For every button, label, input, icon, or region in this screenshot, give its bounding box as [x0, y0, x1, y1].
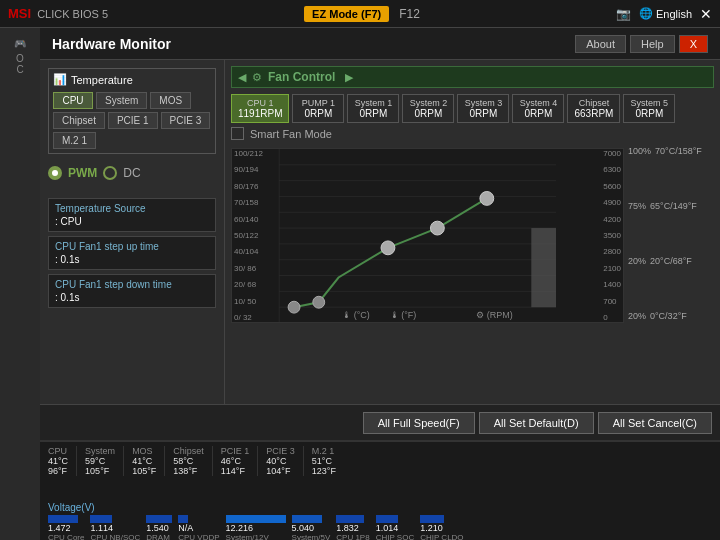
voltage-bar-sys5v: [292, 515, 322, 523]
f12-icon[interactable]: F12: [399, 7, 420, 21]
status-m21-name: M.2 1: [312, 446, 336, 456]
scale-pct-20b: 20%: [628, 311, 646, 321]
voltage-val-cpu-nb: 1.114: [90, 523, 113, 533]
temp-source-setting[interactable]: Temperature Source : CPU: [48, 198, 216, 232]
scale-temp-65: 65°C/149°F: [650, 201, 697, 211]
voltage-cpu1p8: 1.832 CPU 1P8: [336, 515, 369, 540]
voltage-name-chip-soc: CHIP SOC: [376, 533, 415, 540]
fan-speed-buttons: CPU 1 1191RPM PUMP 1 0RPM System 1 0RPM …: [231, 94, 714, 123]
temperature-panel: 📊 Temperature CPU System MOS Chipset PCI…: [48, 68, 216, 154]
right-section: ◀ ⚙ Fan Control ▶ CPU 1 1191RPM PUMP 1 0…: [225, 60, 720, 404]
status-m21-c: 51°C: [312, 456, 336, 466]
temperature-icon: 📊: [53, 73, 67, 86]
voltage-dram: 1.540 DRAM: [146, 515, 172, 540]
rpm-icon: ⚙ (RPM): [476, 310, 513, 320]
top-close-button[interactable]: ✕: [700, 6, 712, 22]
close-button[interactable]: X: [679, 35, 708, 53]
voltage-cpu-vddp: N/A CPU VDDP: [178, 515, 219, 540]
voltage-sys12v: 12.216 System/12V: [226, 515, 286, 540]
temp-btn-m21[interactable]: M.2 1: [53, 132, 96, 149]
step-down-value: : 0.1s: [55, 292, 209, 303]
fan-control-title: Fan Control: [268, 70, 335, 84]
status-pcie1-name: PCIE 1: [221, 446, 250, 456]
top-bar: MSI CLICK BIOS 5 EZ Mode (F7) F12 📷 🌐 En…: [0, 0, 720, 28]
scale-temp-70: 70°C/158°F: [655, 146, 702, 156]
language-selector[interactable]: 🌐 English: [639, 7, 692, 20]
fan-chipset[interactable]: Chipset 663RPM: [567, 94, 620, 123]
pwm-dc-radio-group: PWM DC: [48, 166, 216, 180]
fan-sys5[interactable]: System 5 0RPM: [623, 94, 675, 123]
bottom-icons: 🌡 (°C) 🌡 (°F) ⚙ (RPM): [342, 310, 513, 320]
voltage-val-cpu-core: 1.472: [48, 523, 71, 533]
chart-right-scale: 100% 70°C/158°F 75% 65°C/149°F 20% 20°C/…: [624, 144, 714, 323]
status-mos-name: MOS: [132, 446, 156, 456]
voltage-bar-chip-cldo: [420, 515, 444, 523]
fan-pump1[interactable]: PUMP 1 0RPM: [292, 94, 344, 123]
voltage-bar-chip-soc: [376, 515, 398, 523]
chart-main: 100/21290/19480/17670/158 60/14050/12240…: [231, 144, 624, 323]
scale-item-20a: 20% 20°C/68°F: [628, 256, 710, 266]
status-system-f: 105°F: [85, 466, 115, 476]
fan-curve-chart[interactable]: [232, 149, 623, 322]
set-cancel-button[interactable]: All Set Cancel(C): [598, 412, 712, 434]
status-pcie3-c: 40°C: [266, 456, 295, 466]
bios-title: CLICK BIOS 5: [37, 8, 108, 20]
smart-fan-checkbox[interactable]: [231, 127, 244, 140]
voltage-section: Voltage(V) 1.472 CPU Core 1.114 CPU NB/S…: [40, 500, 720, 540]
game-icon[interactable]: 🎮: [14, 38, 26, 49]
status-chipset-name: Chipset: [173, 446, 204, 456]
scale-temp-0: 0°C/32°F: [650, 311, 687, 321]
status-chipset-f: 138°F: [173, 466, 204, 476]
temp-btn-pcie1[interactable]: PCIE 1: [108, 112, 158, 129]
ez-mode-button[interactable]: EZ Mode (F7): [304, 6, 389, 22]
fan-sys3[interactable]: System 3 0RPM: [457, 94, 509, 123]
voltage-val-chip-soc: 1.014: [376, 523, 399, 533]
temp-btn-pcie3[interactable]: PCIE 3: [161, 112, 211, 129]
svg-point-16: [480, 192, 494, 206]
about-button[interactable]: About: [575, 35, 626, 53]
dc-radio[interactable]: [103, 166, 117, 180]
top-right: 📷 🌐 English ✕: [616, 6, 712, 22]
fan-sys1[interactable]: System 1 0RPM: [347, 94, 399, 123]
screenshot-icon[interactable]: 📷: [616, 7, 631, 21]
temp-btn-system[interactable]: System: [96, 92, 147, 109]
svg-point-15: [430, 221, 444, 235]
chart-area[interactable]: 100/21290/19480/17670/158 60/14050/12240…: [231, 148, 624, 323]
voltage-val-dram: 1.540: [146, 523, 169, 533]
step-up-setting[interactable]: CPU Fan1 step up time : 0.1s: [48, 236, 216, 270]
temp-btn-mos[interactable]: MOS: [150, 92, 191, 109]
pwm-label: PWM: [68, 166, 97, 180]
voltage-name-chip-cldo: CHIP CLDO: [420, 533, 463, 540]
status-m21-f: 123°F: [312, 466, 336, 476]
status-chipset: Chipset 58°C 138°F: [173, 446, 213, 476]
status-mos-c: 41°C: [132, 456, 156, 466]
content-area: 📊 Temperature CPU System MOS Chipset PCI…: [40, 60, 720, 404]
scale-item-100: 100% 70°C/158°F: [628, 146, 710, 156]
voltage-row: 1.472 CPU Core 1.114 CPU NB/SOC 1.540 DR…: [48, 515, 712, 540]
help-button[interactable]: Help: [630, 35, 675, 53]
svg-point-14: [381, 241, 395, 255]
temperature-label: Temperature: [71, 74, 133, 86]
fahrenheit-icon: 🌡 (°F): [390, 310, 417, 320]
status-cpu-name: CPU: [48, 446, 68, 456]
pwm-radio[interactable]: [48, 166, 62, 180]
voltage-name-sys5v: System/5V: [292, 533, 331, 540]
full-speed-button[interactable]: All Full Speed(F): [363, 412, 475, 434]
status-cpu-c: 41°C: [48, 456, 68, 466]
fan-nav-right[interactable]: ▶: [345, 71, 353, 84]
set-default-button[interactable]: All Set Default(D): [479, 412, 594, 434]
status-cpu-f: 96°F: [48, 466, 68, 476]
msi-logo: MSI: [8, 6, 31, 21]
fan-nav-left[interactable]: ◀: [238, 71, 246, 84]
step-down-setting[interactable]: CPU Fan1 step down time : 0.1s: [48, 274, 216, 308]
temp-btn-chipset[interactable]: Chipset: [53, 112, 105, 129]
fan-cpu1[interactable]: CPU 1 1191RPM: [231, 94, 289, 123]
chart-wrapper: 100/21290/19480/17670/158 60/14050/12240…: [231, 144, 714, 323]
fan-sys4[interactable]: System 4 0RPM: [512, 94, 564, 123]
temp-btn-cpu[interactable]: CPU: [53, 92, 93, 109]
voltage-chip-soc: 1.014 CHIP SOC: [376, 515, 415, 540]
scale-pct-100: 100%: [628, 146, 651, 156]
oc-icon[interactable]: OC: [16, 53, 24, 75]
fan-sys2[interactable]: System 2 0RPM: [402, 94, 454, 123]
temp-source-label: Temperature Source: [55, 203, 209, 214]
